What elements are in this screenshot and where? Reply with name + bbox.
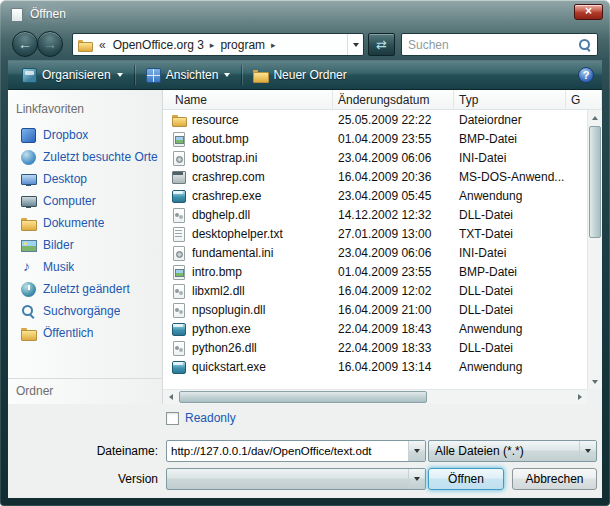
sidebar-item[interactable]: Dokumente bbox=[8, 212, 162, 234]
vertical-scrollbar[interactable] bbox=[587, 110, 602, 389]
file-row[interactable]: python.exe 22.04.2009 18:43 Anwendung bbox=[163, 319, 587, 338]
sidebar-item[interactable]: Bilder bbox=[8, 234, 162, 256]
sidebar-item-label: Musik bbox=[43, 260, 74, 274]
file-row[interactable]: desktophelper.txt 27.01.2009 13:00 TXT-D… bbox=[163, 224, 587, 243]
file-type: BMP-Datei bbox=[454, 132, 566, 146]
file-row[interactable]: crashrep.com 16.04.2009 20:36 MS-DOS-Anw… bbox=[163, 167, 587, 186]
file-row[interactable]: python26.dll 22.04.2009 18:33 DLL-Datei bbox=[163, 338, 587, 357]
readonly-label: Readonly bbox=[185, 411, 236, 425]
file-row[interactable]: intro.bmp 01.04.2009 23:55 BMP-Datei bbox=[163, 262, 587, 281]
app-file-icon bbox=[171, 188, 187, 204]
msdos-file-icon bbox=[171, 169, 187, 185]
scrollbar-corner bbox=[587, 389, 602, 404]
ini-file-icon bbox=[171, 150, 187, 166]
breadcrumb-separator-icon[interactable]: ▸ bbox=[208, 40, 217, 50]
views-button[interactable]: Ansichten bbox=[138, 65, 239, 86]
folders-expander[interactable]: Ordner bbox=[8, 379, 162, 404]
vertical-scrollbar-thumb[interactable] bbox=[589, 126, 601, 238]
file-row[interactable]: about.bmp 01.04.2009 23:55 BMP-Datei bbox=[163, 129, 587, 148]
app-file-icon bbox=[171, 359, 187, 375]
filetype-dropdown-button[interactable] bbox=[579, 441, 596, 461]
breadcrumb-segment[interactable]: program bbox=[216, 38, 269, 52]
column-header-date[interactable]: Änderungsdatum bbox=[333, 90, 454, 109]
views-icon bbox=[146, 68, 161, 83]
address-bar[interactable]: « OpenOffice.org 3 ▸ program ▸ bbox=[72, 33, 364, 56]
filename-combobox[interactable] bbox=[166, 440, 426, 462]
scroll-down-button[interactable] bbox=[588, 374, 602, 389]
dll-file-icon bbox=[171, 340, 187, 356]
file-date: 23.04.2009 05:45 bbox=[333, 189, 454, 203]
pictures-icon bbox=[21, 238, 36, 253]
version-dropdown-button[interactable] bbox=[408, 469, 425, 489]
search-input[interactable] bbox=[402, 38, 578, 52]
file-row[interactable]: fundamental.ini 23.04.2009 06:06 INI-Dat… bbox=[163, 243, 587, 262]
searches-icon bbox=[21, 304, 36, 319]
desktop-icon bbox=[21, 172, 36, 187]
file-date: 16.04.2009 13:14 bbox=[333, 360, 454, 374]
horizontal-scrollbar-thumb[interactable] bbox=[179, 391, 427, 403]
file-row[interactable]: resource 25.05.2009 22:22 Dateiordner bbox=[163, 110, 587, 129]
address-dropdown-button[interactable] bbox=[347, 34, 363, 55]
filename-input[interactable] bbox=[167, 445, 408, 457]
sidebar-item-label: Dokumente bbox=[43, 216, 104, 230]
breadcrumb-separator-icon[interactable]: ▸ bbox=[269, 40, 278, 50]
sidebar-item[interactable]: Suchvorgänge bbox=[8, 300, 162, 322]
file-row[interactable]: npsoplugin.dll 16.04.2009 21:00 DLL-Date… bbox=[163, 300, 587, 319]
file-name-cell: crashrep.com bbox=[163, 169, 333, 185]
file-row[interactable]: bootstrap.ini 23.04.2009 06:06 INI-Datei bbox=[163, 148, 587, 167]
scroll-right-button[interactable] bbox=[572, 390, 587, 404]
sidebar-item[interactable]: Computer bbox=[8, 190, 162, 212]
sidebar-item-label: Dropbox bbox=[43, 128, 88, 142]
column-header-row: Name Änderungsdatum Typ G bbox=[163, 90, 602, 110]
search-icon[interactable] bbox=[578, 38, 592, 52]
breadcrumb-segment[interactable]: OpenOffice.org 3 bbox=[109, 38, 208, 52]
cancel-button[interactable]: Abbrechen bbox=[512, 468, 597, 490]
file-type: TXT-Datei bbox=[454, 227, 566, 241]
file-name-cell: dbghelp.dll bbox=[163, 207, 333, 223]
chevron-down-icon bbox=[585, 449, 591, 453]
sidebar-item[interactable]: Dropbox bbox=[8, 124, 162, 146]
breadcrumb-overflow-button[interactable]: « bbox=[96, 38, 109, 52]
file-row[interactable]: crashrep.exe 23.04.2009 05:45 Anwendung bbox=[163, 186, 587, 205]
new-folder-icon bbox=[253, 68, 268, 83]
file-date: 22.04.2009 18:43 bbox=[333, 322, 454, 336]
file-list: Name Änderungsdatum Typ G resource 25.05… bbox=[163, 90, 602, 404]
close-button[interactable]: × bbox=[574, 4, 603, 20]
column-header-size[interactable]: G bbox=[566, 90, 602, 109]
file-type: DLL-Datei bbox=[454, 341, 566, 355]
readonly-checkbox[interactable] bbox=[166, 412, 179, 425]
scroll-up-button[interactable] bbox=[588, 110, 602, 125]
new-folder-button[interactable]: Neuer Ordner bbox=[245, 65, 354, 86]
forward-button[interactable]: → bbox=[37, 31, 63, 57]
sidebar-item[interactable]: Musik bbox=[8, 256, 162, 278]
filetype-value: Alle Dateien (*.*) bbox=[429, 444, 579, 458]
organize-button[interactable]: Organisieren bbox=[14, 65, 131, 86]
scroll-left-button[interactable] bbox=[163, 390, 178, 404]
sidebar-item[interactable]: Zuletzt besuchte Orte bbox=[8, 146, 162, 168]
search-box[interactable] bbox=[401, 33, 598, 56]
open-button[interactable]: Öffnen bbox=[428, 468, 504, 490]
app-file-icon bbox=[171, 321, 187, 337]
sidebar-item[interactable]: Zuletzt geändert bbox=[8, 278, 162, 300]
refresh-button[interactable]: ⇄ bbox=[368, 33, 395, 56]
filename-dropdown-button[interactable] bbox=[408, 441, 425, 461]
new-folder-label: Neuer Ordner bbox=[273, 68, 346, 82]
dll-file-icon bbox=[171, 302, 187, 318]
sidebar-item[interactable]: Öffentlich bbox=[8, 322, 162, 344]
file-type: BMP-Datei bbox=[454, 265, 566, 279]
arrow-right-icon bbox=[578, 394, 582, 400]
horizontal-scrollbar[interactable] bbox=[163, 389, 587, 404]
back-button[interactable]: ← bbox=[12, 31, 38, 57]
file-row[interactable]: quickstart.exe 16.04.2009 13:14 Anwendun… bbox=[163, 357, 587, 376]
file-name: fundamental.ini bbox=[192, 246, 273, 260]
column-header-name[interactable]: Name bbox=[163, 90, 333, 109]
column-header-type[interactable]: Typ bbox=[454, 90, 566, 109]
help-button[interactable]: ? bbox=[578, 67, 594, 83]
sidebar-item-label: Bilder bbox=[43, 238, 74, 252]
version-combobox[interactable] bbox=[166, 468, 426, 490]
file-row[interactable]: libxml2.dll 16.04.2009 12:02 DLL-Datei bbox=[163, 281, 587, 300]
file-name: bootstrap.ini bbox=[192, 151, 257, 165]
filetype-combobox[interactable]: Alle Dateien (*.*) bbox=[428, 440, 597, 462]
file-row[interactable]: dbghelp.dll 14.12.2002 12:32 DLL-Datei bbox=[163, 205, 587, 224]
sidebar-item[interactable]: Desktop bbox=[8, 168, 162, 190]
